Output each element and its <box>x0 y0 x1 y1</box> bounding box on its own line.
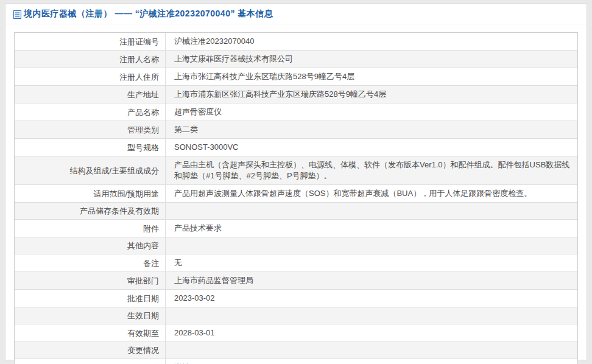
row-label: 注册证编号 <box>15 33 166 50</box>
table-row: 管理类别第二类 <box>15 121 577 138</box>
row-label-text: 产品储存条件及有效期 <box>80 206 159 216</box>
row-value-text: 产品由主机（含超声探头和主控板）、电源线、体模、软件（发布版本Ver1.0）和配… <box>174 159 571 181</box>
row-value: 产品技术要求 <box>166 220 577 237</box>
row-value-text: 上海艾康菲医疗器械技术有限公司 <box>174 54 293 65</box>
table-row: 批准日期2023-03-02 <box>15 289 577 307</box>
row-label: 变更情况 <box>15 342 166 359</box>
row-value-text: 2028-03-01 <box>174 327 215 338</box>
row-label: 注册人名称 <box>15 51 166 68</box>
row-label-text: 附件 <box>143 223 159 234</box>
page-header: 境内医疗器械（注册） —— “沪械注准20232070040” 基本信息 <box>5 4 587 24</box>
row-label-text: 结构及组成/主要组成成分 <box>69 166 159 176</box>
row-label: 审批部门 <box>15 272 166 289</box>
row-value <box>166 342 577 359</box>
table-row: 审批部门上海市药品监督管理局 <box>15 271 577 289</box>
table-row: 产品储存条件及有效期 <box>15 202 577 219</box>
row-value-text: 产品用超声波测量人体跟骨超声速度（SOS）和宽带超声衰减（BUA），用于人体足跟… <box>174 188 532 199</box>
row-value: SONOST-3000VC <box>166 139 577 156</box>
row-label: 其他内容 <box>15 237 166 254</box>
row-label-text: 型号规格 <box>127 142 159 153</box>
row-label: 适用范围/预期用途 <box>15 185 166 202</box>
row-value <box>166 203 577 219</box>
row-value-text: 上海市药品监督管理局 <box>174 275 253 286</box>
row-label: 产品名称 <box>15 103 166 121</box>
table-row: 变更情况 <box>15 341 577 359</box>
row-value <box>166 237 577 254</box>
row-label: 有效期至 <box>15 324 166 341</box>
row-value: 上海市张江高科技产业东区瑞庆路528号9幢乙号4层 <box>166 68 577 85</box>
row-label-text: 审批部门 <box>127 276 159 286</box>
row-value: 无 <box>166 254 577 271</box>
row-value: 产品由主机（含超声探头和主控板）、电源线、体模、软件（发布版本Ver1.0）和配… <box>166 156 577 184</box>
row-label-text: 其他内容 <box>127 240 159 251</box>
table-row: 生产地址上海市浦东新区张江高科技产业东区瑞庆路528号9幢乙号4层 <box>15 85 577 103</box>
row-label-text: 批准日期 <box>127 293 159 304</box>
row-label: 附件 <box>15 220 166 237</box>
row-value: 上海市浦东新区张江高科技产业东区瑞庆路528号9幢乙号4层 <box>166 86 577 103</box>
row-value: 产品用超声波测量人体跟骨超声速度（SOS）和宽带超声衰减（BUA），用于人体足跟… <box>166 185 577 202</box>
table-row: 适用范围/预期用途产品用超声波测量人体跟骨超声速度（SOS）和宽带超声衰减（BU… <box>15 184 577 202</box>
document-icon <box>13 10 21 19</box>
row-label-text: 生产地址 <box>127 89 159 100</box>
row-value-text: 2023-03-02 <box>174 293 215 304</box>
table-row: 型号规格SONOST-3000VC <box>15 138 577 156</box>
row-label-text: 注册证编号 <box>119 37 159 47</box>
row-value: 第二类 <box>166 121 577 138</box>
table-row: 产品名称超声骨密度仪 <box>15 103 577 121</box>
row-value: 上海艾康菲医疗器械技术有限公司 <box>166 51 577 68</box>
content-panel: 境内医疗器械（注册） —— “沪械注准20232070040” 基本信息 注册证… <box>5 3 587 360</box>
row-label: 型号规格 <box>15 139 166 156</box>
row-label-text: 管理类别 <box>127 125 159 135</box>
table-row: 生效日期 <box>15 307 577 324</box>
row-value <box>166 307 577 324</box>
row-label: 备注 <box>15 254 166 271</box>
table-row: 注详情 <box>15 359 577 364</box>
row-label-text: 产品名称 <box>127 107 159 117</box>
table-row: 附件产品技术要求 <box>15 219 577 237</box>
table-row: 注册人住所上海市张江高科技产业东区瑞庆路528号9幢乙号4层 <box>15 68 577 85</box>
row-label: 结构及组成/主要组成成分 <box>15 156 166 184</box>
row-label: 批准日期 <box>15 290 166 307</box>
row-value: 上海市药品监督管理局 <box>166 272 577 289</box>
row-value-text: SONOST-3000VC <box>174 142 239 153</box>
row-value: 2028-03-01 <box>166 324 577 341</box>
row-value-text: 产品技术要求 <box>174 223 222 234</box>
row-label-text: 注册人名称 <box>119 54 159 65</box>
page-title: 境内医疗器械（注册） —— “沪械注准20232070040” 基本信息 <box>24 9 273 19</box>
row-label: 管理类别 <box>15 121 166 138</box>
info-table: 注册证编号沪械注准20232070040注册人名称上海艾康菲医疗器械技术有限公司… <box>14 32 578 364</box>
row-label: 生效日期 <box>15 307 166 324</box>
row-value-text: 超声骨密度仪 <box>174 107 222 117</box>
row-value: 超声骨密度仪 <box>166 103 577 121</box>
row-label-text: 变更情况 <box>127 345 159 355</box>
row-label-text: 适用范围/预期用途 <box>93 189 159 199</box>
row-value-text: 无 <box>174 257 182 268</box>
row-label-text: 有效期至 <box>127 328 159 338</box>
row-value: 详情 <box>166 359 577 364</box>
table-row: 注册人名称上海艾康菲医疗器械技术有限公司 <box>15 50 577 68</box>
row-label: 生产地址 <box>15 86 166 103</box>
table-row: 结构及组成/主要组成成分产品由主机（含超声探头和主控板）、电源线、体模、软件（发… <box>15 156 577 184</box>
row-label-text: 生效日期 <box>127 310 159 321</box>
row-value-text: 上海市浦东新区张江高科技产业东区瑞庆路528号9幢乙号4层 <box>174 89 386 100</box>
table-row: 注册证编号沪械注准20232070040 <box>15 33 577 50</box>
row-label-text: 注册人住所 <box>119 72 159 82</box>
row-label: 产品储存条件及有效期 <box>15 203 166 219</box>
row-value-text: 上海市张江高科技产业东区瑞庆路528号9幢乙号4层 <box>174 71 354 82</box>
table-row: 备注无 <box>15 254 577 271</box>
row-value: 沪械注准20232070040 <box>166 33 577 50</box>
table-row: 有效期至2028-03-01 <box>15 324 577 341</box>
row-label: 注册人住所 <box>15 68 166 85</box>
table-row: 其他内容 <box>15 237 577 254</box>
row-value-text: 沪械注准20232070040 <box>174 36 255 47</box>
row-value-text: 第二类 <box>174 124 198 135</box>
row-value: 2023-03-02 <box>166 290 577 307</box>
row-label: 注 <box>15 359 166 364</box>
row-label-text: 备注 <box>143 258 159 268</box>
